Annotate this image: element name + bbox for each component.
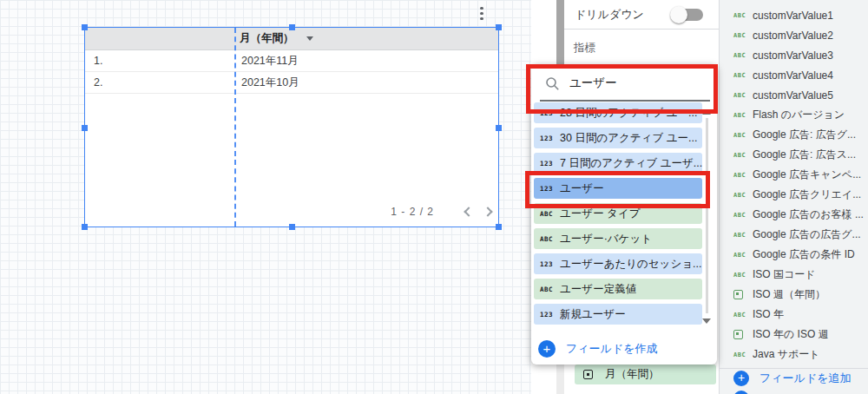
available-field-label: Google 広告キャンペ... (753, 167, 865, 182)
field-type-icon: 123 (540, 109, 553, 117)
drilldown-row: ドリルダウン (575, 4, 707, 25)
available-field-label: Google 広告: 広告グ... (753, 128, 859, 142)
available-field-item[interactable]: ABC customVarValue5 (720, 85, 868, 105)
resize-handle[interactable] (82, 24, 88, 30)
resize-handle[interactable] (82, 125, 88, 131)
next-page-chevron-icon[interactable] (483, 207, 492, 216)
table-header-label: 月（年間） (240, 31, 294, 46)
available-field-item[interactable]: ABC customVarValue2 (720, 25, 868, 45)
available-field-item[interactable]: ISO 週（年間） (720, 285, 868, 305)
dimension-chip-label: 月（年間） (605, 367, 660, 382)
add-field-button[interactable]: + フィールドを追加 (733, 371, 852, 386)
table-options-kebab-icon[interactable] (477, 4, 487, 22)
field-type-icon: 123 (540, 311, 553, 318)
field-option-label: ユーザー (560, 181, 604, 196)
available-field-item[interactable]: ABC customVarValue1 (720, 5, 868, 25)
field-type-icon: ABC (733, 272, 753, 279)
search-input[interactable]: ユーザー (569, 76, 617, 91)
field-option-label: 28 日間のアクティブ ユー... (560, 106, 697, 121)
row-index: 1. (85, 55, 233, 67)
field-type-icon: 123 (540, 185, 553, 193)
table-body: 1. 2021年11月 2. 2021年10月 (85, 50, 498, 94)
resize-handle[interactable] (496, 24, 502, 30)
drilldown-toggle[interactable] (674, 9, 703, 21)
available-field-label: Google 広告の広告グ... (753, 227, 865, 242)
resize-handle[interactable] (289, 24, 295, 30)
field-option[interactable]: ABC ユーザー定義値 (534, 279, 702, 299)
looker-studio-screen: 月（年間） 1. 2021年11月 2. 2021年10月 1 - 2 / 2 (0, 0, 868, 394)
field-search-box[interactable]: ユーザー (540, 64, 710, 102)
field-type-icon (733, 290, 743, 299)
field-type-icon: ABC (733, 312, 753, 318)
field-option[interactable]: 123 ユーザー (534, 178, 702, 199)
metrics-section-label: 指標 (574, 41, 595, 56)
field-option-label: ユーザー定義値 (560, 282, 636, 297)
field-option-label: ユーザー タイプ (560, 207, 640, 221)
resize-handle[interactable] (496, 224, 502, 230)
field-type-icon: ABC (733, 72, 753, 79)
field-option[interactable]: ABC ユーザー·バケット (534, 228, 702, 249)
field-option[interactable]: ABC ユーザー タイプ (534, 203, 702, 224)
field-option-label: 新規ユーザー (560, 307, 626, 322)
available-field-label: Google 広告クリエイ... (753, 187, 865, 202)
row-index: 2. (85, 76, 233, 89)
report-canvas[interactable]: 月（年間） 1. 2021年11月 2. 2021年10月 1 - 2 / 2 (0, 0, 531, 394)
resize-handle[interactable] (289, 224, 295, 230)
resize-handle[interactable] (496, 125, 502, 131)
available-field-item[interactable]: ISO 年の ISO 週 (720, 325, 868, 345)
available-field-item[interactable]: ABC customVarValue4 (720, 65, 868, 85)
field-type-icon: 123 (540, 135, 553, 142)
prev-page-chevron-icon[interactable] (464, 207, 473, 216)
table-header-row[interactable]: 月（年間） (85, 28, 498, 50)
scroll-down-arrow-icon[interactable] (702, 318, 711, 324)
field-type-icon: ABC (733, 112, 753, 119)
popup-scrollbar-thumb[interactable] (706, 118, 708, 313)
field-type-icon (733, 330, 743, 339)
available-field-label: ISO 年の ISO 週 (753, 327, 832, 342)
create-field-button[interactable]: + フィールドを作成 (538, 340, 658, 358)
field-option-label: 30 日間のアクティブ ユー... (560, 131, 697, 146)
available-field-item[interactable]: ABC Google 広告クリエイ... (720, 185, 868, 205)
field-option[interactable]: 123 30 日間のアクティブ ユー... (534, 128, 702, 148)
field-search-popup: ユーザー 123 28 日間のアクティブ ユー... 123 30 日間のアクテ… (531, 64, 717, 364)
field-option[interactable]: 123 7 日間のアクティブ ユーザ... (534, 153, 702, 174)
available-field-item[interactable]: ABC Google 広告: 広告ス... (720, 145, 868, 165)
field-type-icon: ABC (733, 132, 753, 139)
available-field-item[interactable]: ABC Java サポート (720, 345, 868, 364)
field-type-icon: ABC (733, 192, 753, 199)
available-field-label: customVarValue1 (753, 10, 837, 22)
scroll-up-arrow-icon[interactable] (702, 109, 711, 115)
field-type-icon: ABC (733, 232, 753, 239)
available-field-label: Google 広告の条件 ID (753, 247, 858, 262)
available-field-item[interactable]: ABC Google 広告の広告グ... (720, 225, 868, 245)
available-field-item[interactable]: ABC customVarValue3 (720, 45, 868, 65)
field-option[interactable]: 123 ユーザーあたりのセッショ... (534, 253, 702, 274)
available-field-label: Java サポート (753, 347, 824, 362)
table-chart-widget[interactable]: 月（年間） 1. 2021年11月 2. 2021年10月 1 - 2 / 2 (84, 27, 499, 227)
sort-caret-icon[interactable] (306, 36, 313, 41)
available-field-label: customVarValue2 (753, 30, 837, 42)
available-field-item[interactable]: ABC Flash のバージョン (720, 105, 868, 125)
add-parameter-button-partial[interactable] (733, 391, 749, 394)
field-option[interactable]: 123 28 日間のアクティブ ユー... (534, 102, 702, 123)
field-type-icon: 123 (540, 160, 553, 167)
available-field-label: Flash のバージョン (753, 108, 848, 122)
available-field-item[interactable]: ABC ISO 年 (720, 305, 868, 325)
resize-handle[interactable] (82, 224, 88, 230)
field-option-label: ユーザー·バケット (560, 232, 652, 246)
dimension-chip-month[interactable]: 月（年間） (575, 364, 716, 384)
field-type-icon: ABC (733, 351, 753, 358)
available-field-item[interactable]: ABC Google 広告の条件 ID (720, 245, 868, 265)
field-option-label: ユーザーあたりのセッショ... (560, 257, 701, 272)
available-fields-list: ABC customVarValue1 ABC customVarValue2 … (720, 0, 868, 364)
field-type-icon: ABC (540, 235, 553, 243)
row-value: 2021年10月 (233, 76, 299, 90)
field-option[interactable]: 123 新規ユーザー (534, 304, 702, 325)
plus-icon: + (538, 340, 556, 358)
available-field-item[interactable]: ABC Google 広告のお客様 ... (720, 205, 868, 225)
toggle-knob (670, 6, 687, 23)
available-field-item[interactable]: ABC Google 広告キャンペ... (720, 165, 868, 185)
available-field-label: ISO 週（年間） (753, 287, 829, 302)
available-field-item[interactable]: ABC ISO 国コード (720, 265, 868, 285)
available-field-item[interactable]: ABC Google 広告: 広告グ... (720, 125, 868, 145)
